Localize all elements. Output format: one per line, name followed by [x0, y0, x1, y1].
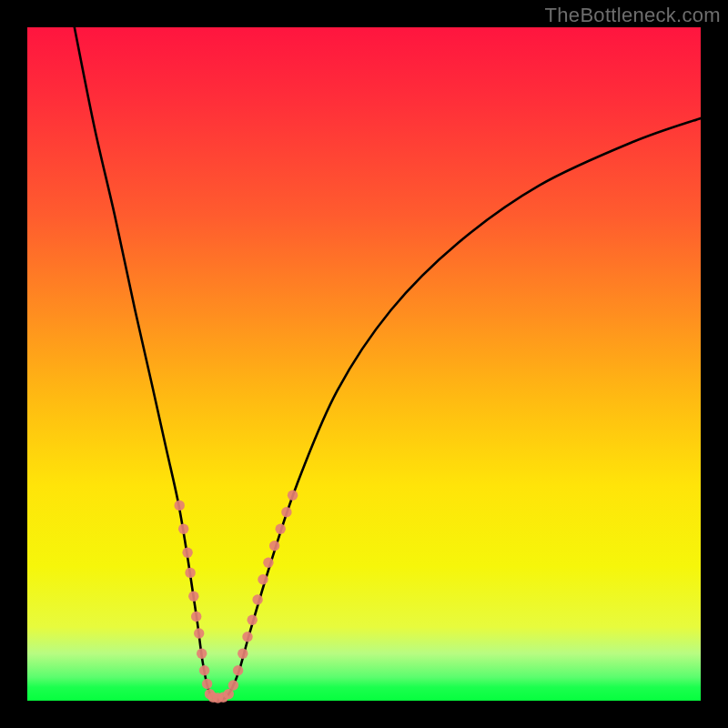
curve-marker — [197, 649, 207, 659]
curve-marker — [199, 665, 209, 675]
curve-marker — [182, 548, 192, 558]
curve-marker — [258, 574, 268, 584]
curve-marker — [194, 628, 204, 638]
curve-marker — [242, 632, 252, 642]
curve-marker — [248, 615, 258, 625]
chart-container: TheBottleneck.com — [0, 0, 728, 728]
curve-marker — [191, 612, 201, 622]
curve-marker — [228, 680, 238, 690]
plot-area — [27, 27, 701, 701]
curve-marker — [238, 649, 248, 659]
curve-marker — [233, 665, 243, 675]
curve-marker — [281, 507, 291, 517]
curve-marker — [175, 500, 185, 511]
curve-markers — [175, 490, 298, 703]
watermark-text: TheBottleneck.com — [545, 4, 721, 27]
curve-marker — [252, 594, 262, 604]
curve-marker — [188, 592, 198, 602]
curve-marker — [224, 689, 234, 699]
curve-marker — [202, 679, 212, 689]
chart-svg — [27, 27, 701, 701]
curve-marker — [288, 490, 298, 500]
curve-marker — [276, 524, 286, 534]
bottleneck-curve — [75, 27, 701, 700]
curve-marker — [263, 558, 273, 568]
curve-marker — [178, 524, 188, 534]
curve-marker — [269, 541, 279, 551]
curve-marker — [185, 568, 195, 578]
